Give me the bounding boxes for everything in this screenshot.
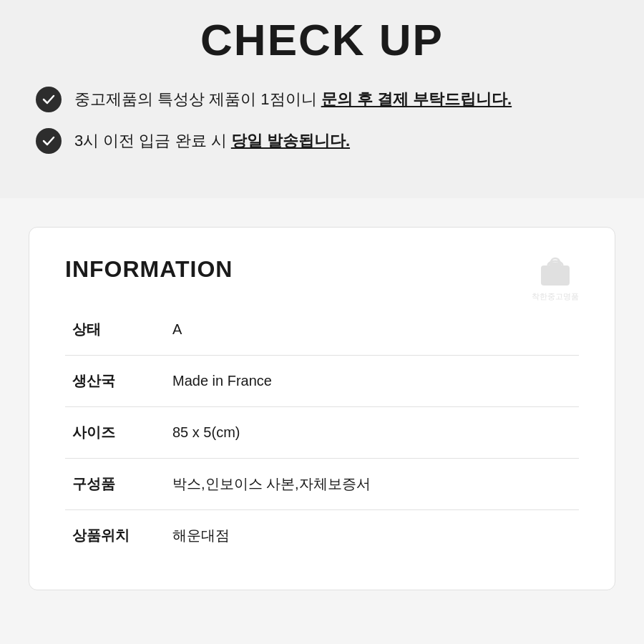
row-value-4: 해운대점: [165, 510, 579, 562]
check-icon-1: [36, 87, 62, 112]
row-label-2: 사이즈: [65, 407, 165, 459]
info-section: INFORMATION 착한중고명품 상태 A 생산국: [0, 227, 644, 619]
row-label-1: 생산국: [65, 356, 165, 407]
table-row: 사이즈 85 x 5(cm): [65, 407, 579, 459]
svg-rect-0: [541, 265, 570, 286]
table-row: 구성품 박스,인보이스 사본,자체보증서: [65, 459, 579, 510]
row-label-4: 상품위치: [65, 510, 165, 562]
svg-rect-1: [550, 263, 561, 267]
check-icon-2: [36, 128, 62, 154]
header-section: CHECK UP 중고제품의 특성상 제품이 1점이니 문의 후 결제 부탁드립…: [0, 0, 644, 198]
checklist-item-1: 중고제품의 특성상 제품이 1점이니 문의 후 결제 부탁드립니다.: [36, 87, 608, 112]
checklist-item-2-normal: 3시 이전 입금 완료 시: [74, 132, 231, 150]
table-row: 생산국 Made in France: [65, 356, 579, 407]
row-value-0: A: [165, 304, 579, 356]
table-row: 상품위치 해운대점: [65, 510, 579, 562]
row-value-3: 박스,인보이스 사본,자체보증서: [165, 459, 579, 510]
row-label-3: 구성품: [65, 459, 165, 510]
table-row: 상태 A: [65, 304, 579, 356]
checklist-item-2-bold: 당일 발송됩니다.: [231, 132, 350, 150]
divider: [0, 198, 644, 227]
checklist-item-2-text: 3시 이전 입금 완료 시 당일 발송됩니다.: [74, 130, 350, 152]
page-title: CHECK UP: [29, 14, 615, 65]
row-label-0: 상태: [65, 304, 165, 356]
checklist-item-1-text: 중고제품의 특성상 제품이 1점이니 문의 후 결제 부탁드립니다.: [74, 89, 512, 110]
row-value-1: Made in France: [165, 356, 579, 407]
watermark: 착한중고명품: [532, 253, 579, 302]
info-title: INFORMATION: [65, 256, 579, 283]
checklist-item-1-bold: 문의 후 결제 부탁드립니다.: [321, 90, 512, 108]
checklist-item-2: 3시 이전 입금 완료 시 당일 발송됩니다.: [36, 128, 608, 154]
info-card: INFORMATION 착한중고명품 상태 A 생산국: [29, 227, 615, 590]
checklist-item-1-normal: 중고제품의 특성상 제품이 1점이니: [74, 90, 321, 108]
watermark-text: 착한중고명품: [532, 291, 579, 302]
info-table: 상태 A 생산국 Made in France 사이즈 85 x 5(cm) 구…: [65, 304, 579, 561]
checklist: 중고제품의 특성상 제품이 1점이니 문의 후 결제 부탁드립니다. 3시 이전…: [36, 87, 608, 170]
row-value-2: 85 x 5(cm): [165, 407, 579, 459]
